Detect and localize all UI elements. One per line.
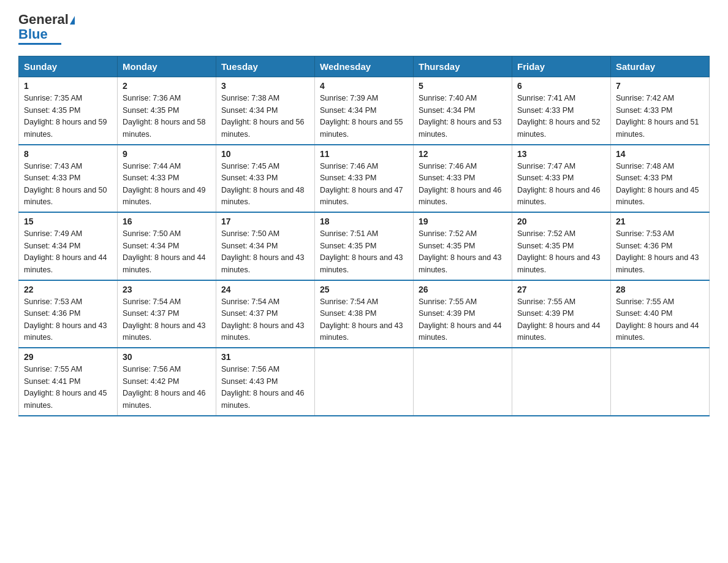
calendar-cell: 23Sunrise: 7:54 AMSunset: 4:37 PMDayligh… <box>118 280 216 348</box>
day-info: Sunrise: 7:53 AMSunset: 4:36 PMDaylight:… <box>24 297 107 342</box>
day-info: Sunrise: 7:35 AMSunset: 4:35 PMDaylight:… <box>24 94 107 138</box>
logo-blue-text: Blue <box>18 26 48 42</box>
day-number: 4 <box>320 81 408 91</box>
calendar-cell: 19Sunrise: 7:52 AMSunset: 4:35 PMDayligh… <box>414 212 512 280</box>
day-info: Sunrise: 7:50 AMSunset: 4:34 PMDaylight:… <box>221 229 305 274</box>
day-number: 31 <box>221 352 309 362</box>
day-number: 27 <box>517 285 605 294</box>
day-header-friday: Friday <box>512 56 611 77</box>
day-header-monday: Monday <box>118 56 216 77</box>
calendar-cell: 8Sunrise: 7:43 AMSunset: 4:33 PMDaylight… <box>19 145 118 213</box>
calendar-cell: 3Sunrise: 7:38 AMSunset: 4:34 PMDaylight… <box>216 77 315 145</box>
day-info: Sunrise: 7:46 AMSunset: 4:33 PMDaylight:… <box>419 162 502 206</box>
day-number: 23 <box>123 285 211 294</box>
day-number: 15 <box>24 216 112 226</box>
calendar-cell <box>315 348 414 416</box>
calendar-cell: 4Sunrise: 7:39 AMSunset: 4:34 PMDaylight… <box>315 77 414 145</box>
day-info: Sunrise: 7:54 AMSunset: 4:37 PMDaylight:… <box>123 297 206 342</box>
day-number: 10 <box>221 149 309 159</box>
logo-triangle-icon <box>70 16 75 25</box>
calendar-cell: 25Sunrise: 7:54 AMSunset: 4:38 PMDayligh… <box>315 280 414 348</box>
calendar-cell: 21Sunrise: 7:53 AMSunset: 4:36 PMDayligh… <box>611 212 710 280</box>
day-info: Sunrise: 7:51 AMSunset: 4:35 PMDaylight:… <box>320 229 403 274</box>
day-info: Sunrise: 7:43 AMSunset: 4:33 PMDaylight:… <box>24 162 107 206</box>
day-number: 6 <box>517 81 605 91</box>
day-number: 17 <box>221 216 309 226</box>
day-number: 30 <box>123 352 211 362</box>
day-info: Sunrise: 7:52 AMSunset: 4:35 PMDaylight:… <box>419 229 502 274</box>
day-info: Sunrise: 7:54 AMSunset: 4:37 PMDaylight:… <box>221 297 305 342</box>
day-number: 3 <box>221 81 309 91</box>
day-info: Sunrise: 7:48 AMSunset: 4:33 PMDaylight:… <box>616 162 699 206</box>
calendar-cell: 13Sunrise: 7:47 AMSunset: 4:33 PMDayligh… <box>512 145 611 213</box>
calendar-cell: 14Sunrise: 7:48 AMSunset: 4:33 PMDayligh… <box>611 145 710 213</box>
day-info: Sunrise: 7:44 AMSunset: 4:33 PMDaylight:… <box>123 162 206 206</box>
day-info: Sunrise: 7:53 AMSunset: 4:36 PMDaylight:… <box>616 229 699 274</box>
day-header-thursday: Thursday <box>414 56 512 77</box>
logo-general-text: General <box>18 12 69 27</box>
day-info: Sunrise: 7:55 AMSunset: 4:40 PMDaylight:… <box>616 297 699 342</box>
day-number: 12 <box>419 149 507 159</box>
calendar-cell: 24Sunrise: 7:54 AMSunset: 4:37 PMDayligh… <box>216 280 315 348</box>
calendar-cell: 11Sunrise: 7:46 AMSunset: 4:33 PMDayligh… <box>315 145 414 213</box>
day-number: 5 <box>419 81 507 91</box>
calendar-cell: 1Sunrise: 7:35 AMSunset: 4:35 PMDaylight… <box>19 77 118 145</box>
days-header-row: SundayMondayTuesdayWednesdayThursdayFrid… <box>19 56 710 77</box>
day-number: 11 <box>320 149 408 159</box>
calendar-week-row: 22Sunrise: 7:53 AMSunset: 4:36 PMDayligh… <box>19 280 710 348</box>
day-info: Sunrise: 7:52 AMSunset: 4:35 PMDaylight:… <box>517 229 601 274</box>
day-info: Sunrise: 7:55 AMSunset: 4:39 PMDaylight:… <box>517 297 601 342</box>
calendar-cell: 29Sunrise: 7:55 AMSunset: 4:41 PMDayligh… <box>19 348 118 416</box>
day-number: 28 <box>616 285 704 294</box>
day-info: Sunrise: 7:49 AMSunset: 4:34 PMDaylight:… <box>24 229 107 274</box>
day-number: 16 <box>123 216 211 226</box>
day-info: Sunrise: 7:56 AMSunset: 4:43 PMDaylight:… <box>221 365 305 409</box>
day-number: 1 <box>24 81 112 91</box>
day-info: Sunrise: 7:54 AMSunset: 4:38 PMDaylight:… <box>320 297 403 342</box>
day-number: 2 <box>123 81 211 91</box>
day-number: 26 <box>419 285 507 294</box>
day-number: 29 <box>24 352 112 362</box>
calendar-cell: 31Sunrise: 7:56 AMSunset: 4:43 PMDayligh… <box>216 348 315 416</box>
calendar-cell: 26Sunrise: 7:55 AMSunset: 4:39 PMDayligh… <box>414 280 512 348</box>
day-info: Sunrise: 7:50 AMSunset: 4:34 PMDaylight:… <box>123 229 206 274</box>
calendar-cell: 16Sunrise: 7:50 AMSunset: 4:34 PMDayligh… <box>118 212 216 280</box>
page-header: General Blue <box>18 12 710 45</box>
day-header-tuesday: Tuesday <box>216 56 315 77</box>
day-info: Sunrise: 7:47 AMSunset: 4:33 PMDaylight:… <box>517 162 601 206</box>
logo-underline <box>18 43 61 45</box>
calendar-cell: 17Sunrise: 7:50 AMSunset: 4:34 PMDayligh… <box>216 212 315 280</box>
day-info: Sunrise: 7:55 AMSunset: 4:41 PMDaylight:… <box>24 365 107 409</box>
day-info: Sunrise: 7:36 AMSunset: 4:35 PMDaylight:… <box>123 94 206 138</box>
calendar-table: SundayMondayTuesdayWednesdayThursdayFrid… <box>18 56 710 416</box>
calendar-cell: 7Sunrise: 7:42 AMSunset: 4:33 PMDaylight… <box>611 77 710 145</box>
calendar-week-row: 15Sunrise: 7:49 AMSunset: 4:34 PMDayligh… <box>19 212 710 280</box>
calendar-cell: 9Sunrise: 7:44 AMSunset: 4:33 PMDaylight… <box>118 145 216 213</box>
calendar-cell: 15Sunrise: 7:49 AMSunset: 4:34 PMDayligh… <box>19 212 118 280</box>
calendar-cell: 10Sunrise: 7:45 AMSunset: 4:33 PMDayligh… <box>216 145 315 213</box>
day-info: Sunrise: 7:41 AMSunset: 4:33 PMDaylight:… <box>517 94 601 138</box>
day-header-sunday: Sunday <box>19 56 118 77</box>
day-number: 19 <box>419 216 507 226</box>
day-info: Sunrise: 7:56 AMSunset: 4:42 PMDaylight:… <box>123 365 206 409</box>
day-number: 20 <box>517 216 605 226</box>
calendar-cell <box>414 348 512 416</box>
day-info: Sunrise: 7:46 AMSunset: 4:33 PMDaylight:… <box>320 162 403 206</box>
day-info: Sunrise: 7:45 AMSunset: 4:33 PMDaylight:… <box>221 162 305 206</box>
day-number: 7 <box>616 81 704 91</box>
day-number: 21 <box>616 216 704 226</box>
calendar-cell: 22Sunrise: 7:53 AMSunset: 4:36 PMDayligh… <box>19 280 118 348</box>
calendar-cell: 30Sunrise: 7:56 AMSunset: 4:42 PMDayligh… <box>118 348 216 416</box>
day-number: 25 <box>320 285 408 294</box>
day-number: 18 <box>320 216 408 226</box>
calendar-week-row: 29Sunrise: 7:55 AMSunset: 4:41 PMDayligh… <box>19 348 710 416</box>
calendar-cell: 20Sunrise: 7:52 AMSunset: 4:35 PMDayligh… <box>512 212 611 280</box>
day-number: 9 <box>123 149 211 159</box>
day-info: Sunrise: 7:40 AMSunset: 4:34 PMDaylight:… <box>419 94 502 138</box>
calendar-cell: 27Sunrise: 7:55 AMSunset: 4:39 PMDayligh… <box>512 280 611 348</box>
day-info: Sunrise: 7:55 AMSunset: 4:39 PMDaylight:… <box>419 297 502 342</box>
day-info: Sunrise: 7:39 AMSunset: 4:34 PMDaylight:… <box>320 94 403 138</box>
logo: General Blue <box>18 12 75 45</box>
calendar-cell <box>512 348 611 416</box>
calendar-week-row: 1Sunrise: 7:35 AMSunset: 4:35 PMDaylight… <box>19 77 710 145</box>
